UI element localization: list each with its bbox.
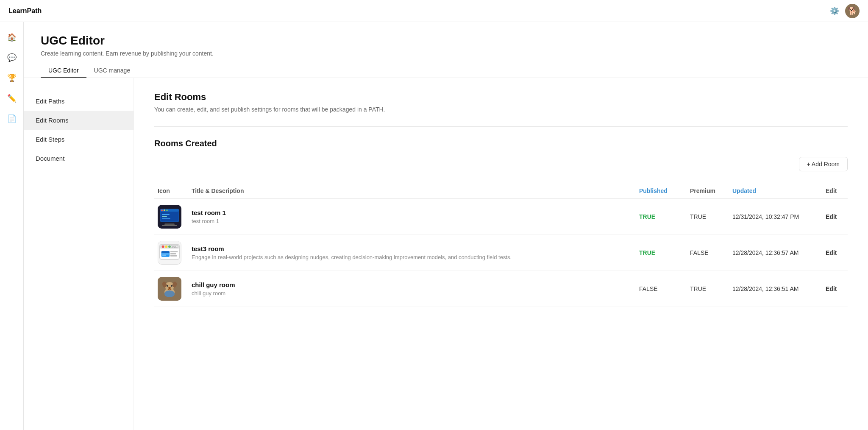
svg-point-4 [164,209,165,211]
room-published-2: TRUE [636,249,687,256]
chill-guy-icon [158,277,181,301]
page-title: UGC Editor [41,34,851,47]
svg-rect-8 [162,218,170,219]
col-icon-header: Icon [154,187,188,194]
room-icon-col-3 [154,277,188,301]
room-published-1: TRUE [636,213,687,220]
table-row: chill guy room chill guy room FALSE TRUE… [154,271,848,307]
svg-point-5 [166,209,168,211]
add-room-button[interactable]: + Add Room [799,157,848,171]
col-updated-header: Updated [729,187,822,194]
room-premium-2: FALSE [687,249,729,256]
svg-rect-23 [170,251,178,252]
col-published-header: Published [636,187,687,194]
tab-ugc-editor[interactable]: UGC Editor [41,64,86,78]
topbar-right: ⚙️ 🐕 [830,4,860,18]
room-desc-1: test room 1 [192,218,632,224]
sidebar-trophy-icon[interactable]: 🏆 [3,70,20,87]
nav-edit-steps[interactable]: Edit Steps [24,130,134,149]
room-desc-2: Engage in real-world projects such as de… [192,254,632,260]
page-header: UGC Editor Create learning content. Earn… [24,22,868,78]
app-logo: LearnPath [8,7,42,15]
room-published-3: FALSE [636,285,687,292]
svg-point-3 [161,209,163,211]
svg-rect-25 [170,255,177,257]
room-edit-2: Edit [822,249,848,256]
room-icon-col-2: www. [154,241,188,265]
nav-document[interactable]: Document [24,149,134,168]
nav-edit-rooms[interactable]: Edit Rooms [24,111,134,130]
nav-edit-paths[interactable]: Edit Paths [24,92,134,111]
section-desc: You can create, edit, and set publish se… [154,106,848,113]
svg-point-16 [168,246,171,248]
room-icon-3 [158,277,181,301]
main-wrapper: UGC Editor Create learning content. Earn… [24,22,868,430]
svg-rect-21 [162,254,169,254]
table-row: www. test3 room [154,235,848,271]
settings-icon[interactable]: ⚙️ [830,6,839,16]
svg-point-15 [165,246,167,248]
web-icon: www. [158,241,181,265]
svg-rect-6 [162,214,170,215]
tab-ugc-manage[interactable]: UGC manage [86,64,138,78]
section-title: Edit Rooms [154,92,848,103]
col-premium-header: Premium [687,187,729,194]
svg-point-28 [164,290,175,297]
room-desc-3: chill guy room [192,290,632,296]
room-title-2: test3 room [192,245,632,252]
room-icon-2: www. [158,241,181,265]
code-icon [158,205,181,229]
room-title-col-3: chill guy room chill guy room [188,281,636,296]
edit-button-3[interactable]: Edit [826,285,837,292]
left-nav: Edit Paths Edit Rooms Edit Steps Documen… [24,78,134,430]
room-premium-1: TRUE [687,213,729,220]
svg-text:www.: www. [172,246,177,248]
svg-rect-20 [161,251,170,253]
svg-rect-24 [170,253,176,254]
sidebar-document-icon[interactable]: 📄 [3,110,20,127]
content-area: Edit Paths Edit Rooms Edit Steps Documen… [24,78,868,430]
room-updated-3: 12/28/2024, 12:36:51 AM [729,285,822,292]
svg-point-14 [162,246,164,248]
room-updated-1: 12/31/2024, 10:32:47 PM [729,213,822,220]
room-updated-2: 12/28/2024, 12:36:57 AM [729,249,822,256]
svg-rect-2 [160,209,179,212]
rooms-created-title: Rooms Created [154,139,848,148]
rooms-header: Rooms Created + Add Room [154,139,848,180]
room-edit-1: Edit [822,213,848,220]
topbar: LearnPath ⚙️ 🐕 [0,0,868,22]
sidebar-chat-icon[interactable]: 💬 [3,49,20,66]
col-title-header: Title & Description [188,187,636,194]
edit-button-1[interactable]: Edit [826,213,837,220]
svg-point-33 [171,285,172,287]
edit-button-2[interactable]: Edit [826,249,837,256]
room-title-1: test room 1 [192,209,632,216]
rooms-table: Icon Title & Description Published Premi… [154,183,848,307]
table-row: test room 1 test room 1 TRUE TRUE 12/31/… [154,199,848,235]
tabs: UGC Editor UGC manage [41,64,851,78]
svg-rect-22 [162,255,167,256]
room-icon-1 [158,205,181,229]
room-title-col-2: test3 room Engage in real-world projects… [188,245,636,260]
page-subtitle: Create learning content. Earn revenue by… [41,50,851,57]
table-header: Icon Title & Description Published Premi… [154,183,848,199]
room-edit-3: Edit [822,285,848,292]
room-icon-col [154,205,188,229]
room-title-col-1: test room 1 test room 1 [188,209,636,224]
room-premium-3: TRUE [687,285,729,292]
svg-point-34 [168,287,171,289]
sidebar: 🏠 💬 🏆 ✏️ 📄 [0,22,24,430]
divider [154,126,848,127]
col-edit-header: Edit [822,187,848,194]
sidebar-home-icon[interactable]: 🏠 [3,29,20,46]
svg-rect-7 [162,216,167,217]
sidebar-sketch-icon[interactable]: ✏️ [3,90,20,107]
svg-rect-10 [162,225,177,226]
svg-point-32 [167,285,168,287]
room-title-3: chill guy room [192,281,632,288]
main-content: Edit Rooms You can create, edit, and set… [134,78,868,430]
avatar[interactable]: 🐕 [845,4,860,18]
